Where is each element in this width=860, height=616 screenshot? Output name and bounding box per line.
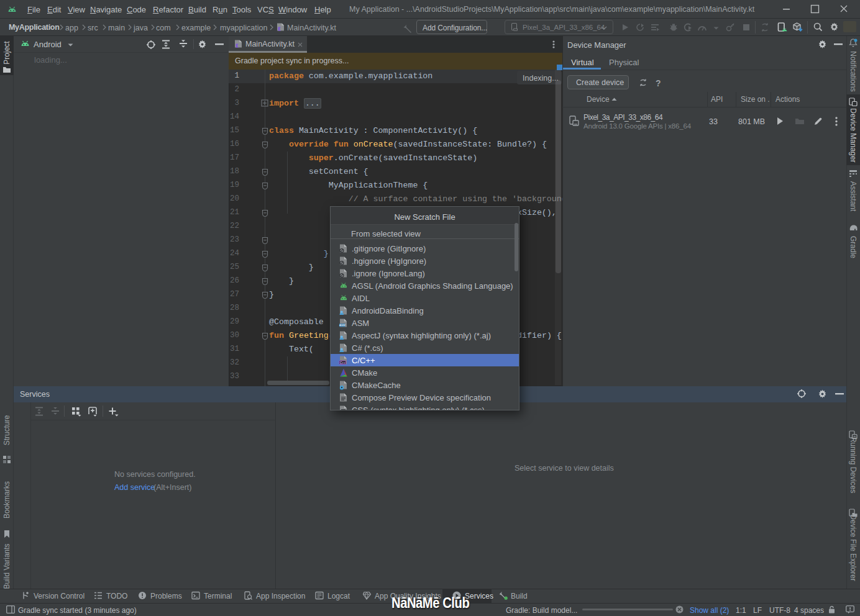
svg-text:C++: C++ bbox=[340, 361, 345, 365]
svg-text:ASM: ASM bbox=[339, 324, 345, 327]
